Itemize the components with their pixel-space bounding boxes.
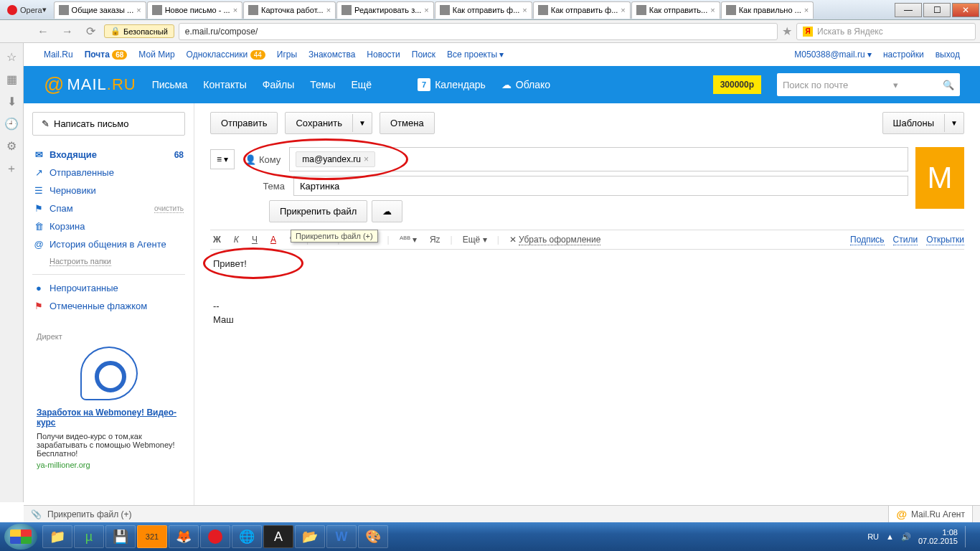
attach-button[interactable]: Прикрепить файл <box>269 200 367 222</box>
toplink[interactable]: Поиск <box>412 50 435 60</box>
configure-folders[interactable]: Настроить папки <box>50 257 111 266</box>
grid-icon[interactable]: ▦ <box>6 72 17 86</box>
cards-link[interactable]: Открытки <box>926 235 964 245</box>
download-icon[interactable]: ⬇ <box>7 95 17 108</box>
folder-item[interactable]: 🗑Корзина <box>32 217 185 235</box>
message-editor[interactable]: Привет! -- Маш <box>210 250 964 393</box>
header-nav-item[interactable]: Письма <box>152 79 188 90</box>
logout-link[interactable]: выход <box>936 50 960 60</box>
tab-close-icon[interactable]: × <box>621 6 625 14</box>
underline-button[interactable]: Ч <box>249 233 260 246</box>
star-icon[interactable]: ☆ <box>6 50 17 64</box>
tab-close-icon[interactable]: × <box>326 6 331 14</box>
tb-word[interactable]: W <box>326 525 357 548</box>
tray-volume-icon[interactable]: 🔊 <box>901 532 911 542</box>
browser-tab[interactable]: Как отправить ф...× <box>533 1 631 19</box>
money-button[interactable]: 300000р <box>713 75 761 94</box>
browser-tab[interactable]: Карточка работ...× <box>243 1 336 19</box>
tb-utorrent[interactable]: µ <box>74 525 104 548</box>
folder-item[interactable]: ✉Входящие68 <box>32 146 185 164</box>
window-maximize[interactable]: ☐ <box>923 3 951 17</box>
mailru-logo[interactable]: @MAIL.RU <box>44 73 136 96</box>
to-field[interactable]: ma@yandex.ru× <box>289 147 908 171</box>
header-nav-item[interactable]: Файлы <box>263 79 294 90</box>
window-minimize[interactable]: — <box>895 3 922 17</box>
tab-close-icon[interactable]: × <box>710 6 715 14</box>
tb-save[interactable]: 💾 <box>105 525 136 548</box>
gear-icon[interactable]: ⚙ <box>6 139 17 153</box>
folder-item[interactable]: ↗Отправленные <box>32 164 185 182</box>
styles-link[interactable]: Стили <box>893 235 918 245</box>
browser-menu[interactable]: Opera ▾ <box>0 4 54 17</box>
start-button[interactable] <box>4 524 37 550</box>
calendar-link[interactable]: 7 Календарь <box>418 78 486 91</box>
toplink[interactable]: Игры <box>277 50 297 60</box>
tb-opera[interactable] <box>200 525 230 548</box>
header-nav-item[interactable]: Контакты <box>203 79 246 90</box>
toplink[interactable]: Мой Мир <box>138 50 174 60</box>
browser-tab[interactable]: Редактировать з...× <box>336 1 434 19</box>
tray-lang[interactable]: RU <box>867 532 879 541</box>
translit-button[interactable]: Яz <box>427 233 443 246</box>
toplink[interactable]: Одноклассники 44 <box>187 50 265 60</box>
tb-firefox[interactable]: 🦊 <box>169 525 199 548</box>
signature-link[interactable]: Подпись <box>850 235 885 245</box>
italic-button[interactable]: К <box>231 233 242 246</box>
toplink[interactable]: Новости <box>367 50 400 60</box>
tray-flag-icon[interactable]: ▲ <box>886 532 894 541</box>
nav-reload[interactable]: ⟳ <box>82 24 100 38</box>
show-desktop[interactable] <box>965 526 970 547</box>
header-nav-item[interactable]: Ещё <box>352 79 372 90</box>
toplink[interactable]: Все проекты ▾ <box>447 50 504 60</box>
more-format-button[interactable]: Ещё ▾ <box>460 233 490 246</box>
tab-close-icon[interactable]: × <box>136 6 141 14</box>
text-color-button[interactable]: А <box>268 233 279 246</box>
url-input[interactable]: e.mail.ru/compose/ <box>179 23 778 40</box>
tab-close-icon[interactable]: × <box>424 6 428 14</box>
browser-tab[interactable]: Как отправить...× <box>631 1 720 19</box>
tb-folder[interactable]: 📂 <box>295 525 325 548</box>
send-button[interactable]: Отправить <box>210 112 278 134</box>
ad-block[interactable]: Директ Заработок на Webmoney! Видео-курс… <box>32 328 185 474</box>
folder-extra[interactable]: ⚑Отмеченные флажком <box>32 297 185 315</box>
mail-search[interactable]: Поиск по почте ▾ 🔍 <box>777 73 960 96</box>
compose-button[interactable]: ✎ Написать письмо <box>32 112 185 136</box>
browser-search[interactable]: Я Искать в Яндекс <box>796 23 976 40</box>
folder-extra[interactable]: ●Непрочитанные <box>32 279 185 297</box>
browser-tab[interactable]: Как отправить ф...× <box>435 1 532 19</box>
attach-status-text[interactable]: Прикрепить файл (+) <box>47 509 131 519</box>
tab-close-icon[interactable]: × <box>233 6 237 14</box>
folder-item[interactable]: ⚑Спамочистить <box>32 199 185 217</box>
nav-forward[interactable]: → <box>57 25 77 38</box>
browser-tab[interactable]: Новое письмо - ...× <box>147 1 242 19</box>
tab-close-icon[interactable]: × <box>804 6 809 14</box>
tb-paint[interactable]: 🎨 <box>358 525 388 548</box>
remove-format-button[interactable]: ✕ Убрать оформление <box>507 233 604 246</box>
tb-chrome[interactable]: 🌐 <box>232 525 262 548</box>
mailru-agent-badge[interactable]: @Mail.Ru Агент <box>888 505 973 523</box>
toplink[interactable]: Знакомства <box>308 50 355 60</box>
recipient-chip[interactable]: ma@yandex.ru× <box>296 151 375 167</box>
settings-link[interactable]: настройки <box>883 50 924 60</box>
templates-button[interactable]: Шаблоны▼ <box>882 112 964 134</box>
history-icon[interactable]: 🕘 <box>4 117 19 131</box>
folder-item[interactable]: ☰Черновики <box>32 182 185 199</box>
cancel-button[interactable]: Отмена <box>380 112 435 134</box>
nav-back[interactable]: ← <box>33 25 53 38</box>
folder-item[interactable]: @История общения в Агенте <box>32 235 185 253</box>
tb-letter-a[interactable]: A <box>263 525 293 548</box>
attach-icon[interactable]: 📎 <box>31 509 42 519</box>
options-dropdown[interactable]: ≡ ▾ <box>210 149 235 169</box>
save-button[interactable]: Сохранить▼ <box>285 112 372 134</box>
header-nav-item[interactable]: Темы <box>310 79 335 90</box>
subject-field[interactable] <box>293 176 908 196</box>
bold-button[interactable]: Ж <box>210 233 224 246</box>
toplink[interactable]: Mail.Ru <box>44 50 73 60</box>
tab-close-icon[interactable]: × <box>522 6 527 14</box>
ad-title[interactable]: Заработок на Webmoney! Видео-курс <box>37 408 181 428</box>
cleanup-link[interactable]: очистить <box>154 204 184 213</box>
tb-explorer[interactable]: 📁 <box>42 525 72 548</box>
toplink[interactable]: Почта 68 <box>85 50 128 60</box>
browser-tab[interactable]: Общие заказы ...× <box>54 1 146 19</box>
tray-clock[interactable]: 1:08 07.02.2015 <box>918 528 958 545</box>
